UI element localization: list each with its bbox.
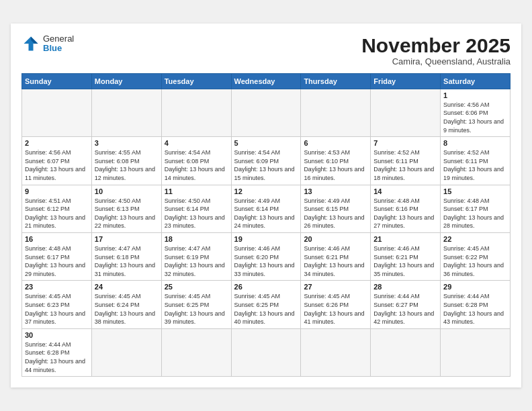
- logo-text: General Blue: [43, 34, 74, 54]
- calendar-week-3: 16Sunrise: 4:48 AM Sunset: 6:17 PM Dayli…: [22, 233, 511, 281]
- calendar-cell: 26Sunrise: 4:45 AM Sunset: 6:25 PM Dayli…: [231, 281, 301, 328]
- calendar-cell: [161, 89, 231, 136]
- day-number: 9: [25, 187, 89, 195]
- day-number: 27: [304, 283, 367, 291]
- day-info: Sunrise: 4:49 AM Sunset: 6:15 PM Dayligh…: [304, 197, 367, 230]
- calendar-cell: 23Sunrise: 4:45 AM Sunset: 6:23 PM Dayli…: [22, 281, 92, 328]
- day-info: Sunrise: 4:47 AM Sunset: 6:19 PM Dayligh…: [165, 244, 228, 278]
- calendar-cell: [301, 89, 371, 136]
- calendar-cell: [231, 89, 301, 136]
- day-info: Sunrise: 4:56 AM Sunset: 6:07 PM Dayligh…: [25, 148, 89, 182]
- day-number: 29: [443, 283, 507, 291]
- calendar-week-0: 1Sunrise: 4:56 AM Sunset: 6:06 PM Daylig…: [22, 89, 511, 136]
- calendar-cell: [91, 328, 161, 376]
- day-info: Sunrise: 4:53 AM Sunset: 6:10 PM Dayligh…: [304, 148, 367, 182]
- day-info: Sunrise: 4:47 AM Sunset: 6:18 PM Dayligh…: [95, 244, 159, 278]
- day-info: Sunrise: 4:48 AM Sunset: 6:17 PM Dayligh…: [25, 244, 89, 278]
- calendar-cell: 7Sunrise: 4:52 AM Sunset: 6:11 PM Daylig…: [371, 137, 441, 185]
- calendar-week-5: 30Sunrise: 4:44 AM Sunset: 6:28 PM Dayli…: [22, 328, 511, 376]
- day-info: Sunrise: 4:45 AM Sunset: 6:22 PM Dayligh…: [443, 244, 507, 278]
- month-title: November 2025: [361, 34, 511, 56]
- calendar-cell: 1Sunrise: 4:56 AM Sunset: 6:06 PM Daylig…: [441, 89, 511, 136]
- day-number: 13: [304, 187, 367, 195]
- calendar-cell: 28Sunrise: 4:44 AM Sunset: 6:27 PM Dayli…: [371, 281, 441, 328]
- calendar-week-2: 9Sunrise: 4:51 AM Sunset: 6:12 PM Daylig…: [22, 185, 511, 232]
- day-info: Sunrise: 4:50 AM Sunset: 6:13 PM Dayligh…: [95, 197, 159, 230]
- calendar-cell: [22, 89, 92, 136]
- weekday-header-row: SundayMondayTuesdayWednesdayThursdayFrid…: [22, 73, 511, 89]
- weekday-header-monday: Monday: [91, 73, 161, 89]
- calendar-week-4: 23Sunrise: 4:45 AM Sunset: 6:23 PM Dayli…: [22, 281, 511, 328]
- day-number: 1: [443, 91, 507, 99]
- calendar-cell: 18Sunrise: 4:47 AM Sunset: 6:19 PM Dayli…: [161, 233, 231, 281]
- day-number: 11: [165, 187, 228, 195]
- calendar-cell: 25Sunrise: 4:45 AM Sunset: 6:25 PM Dayli…: [161, 281, 231, 328]
- day-info: Sunrise: 4:46 AM Sunset: 6:20 PM Dayligh…: [234, 244, 298, 278]
- calendar-cell: 21Sunrise: 4:46 AM Sunset: 6:21 PM Dayli…: [371, 233, 441, 281]
- title-block: November 2025 Camira, Queensland, Austra…: [361, 34, 511, 66]
- calendar-cell: 24Sunrise: 4:45 AM Sunset: 6:24 PM Dayli…: [91, 281, 161, 328]
- calendar-cell: 27Sunrise: 4:45 AM Sunset: 6:26 PM Dayli…: [301, 281, 371, 328]
- calendar-cell: [161, 328, 231, 376]
- day-number: 22: [443, 235, 507, 243]
- day-info: Sunrise: 4:55 AM Sunset: 6:08 PM Dayligh…: [95, 148, 159, 182]
- day-number: 25: [165, 283, 228, 291]
- day-number: 26: [234, 283, 298, 291]
- calendar-cell: [441, 328, 511, 376]
- weekday-header-wednesday: Wednesday: [231, 73, 301, 89]
- calendar-cell: 2Sunrise: 4:56 AM Sunset: 6:07 PM Daylig…: [22, 137, 92, 185]
- day-number: 28: [373, 283, 437, 291]
- day-number: 8: [443, 139, 507, 147]
- calendar-cell: 9Sunrise: 4:51 AM Sunset: 6:12 PM Daylig…: [22, 185, 92, 232]
- calendar-cell: [371, 89, 441, 136]
- day-number: 5: [234, 139, 298, 147]
- day-info: Sunrise: 4:52 AM Sunset: 6:11 PM Dayligh…: [443, 148, 507, 182]
- calendar-cell: [231, 328, 301, 376]
- day-number: 20: [304, 235, 367, 243]
- calendar-cell: 16Sunrise: 4:48 AM Sunset: 6:17 PM Dayli…: [22, 233, 92, 281]
- logo-icon: [21, 34, 40, 53]
- day-number: 21: [373, 235, 437, 243]
- weekday-header-friday: Friday: [371, 73, 441, 89]
- day-info: Sunrise: 4:45 AM Sunset: 6:25 PM Dayligh…: [165, 292, 228, 326]
- calendar-cell: [301, 328, 371, 376]
- weekday-header-sunday: Sunday: [22, 73, 92, 89]
- day-number: 24: [95, 283, 159, 291]
- calendar-cell: 15Sunrise: 4:48 AM Sunset: 6:17 PM Dayli…: [441, 185, 511, 232]
- calendar-cell: 22Sunrise: 4:45 AM Sunset: 6:22 PM Dayli…: [441, 233, 511, 281]
- calendar-container: General Blue November 2025 Camira, Queen…: [11, 24, 521, 387]
- calendar-cell: 3Sunrise: 4:55 AM Sunset: 6:08 PM Daylig…: [91, 137, 161, 185]
- calendar-cell: 12Sunrise: 4:49 AM Sunset: 6:14 PM Dayli…: [231, 185, 301, 232]
- day-number: 19: [234, 235, 298, 243]
- day-number: 12: [234, 187, 298, 195]
- day-info: Sunrise: 4:45 AM Sunset: 6:23 PM Dayligh…: [25, 292, 89, 326]
- day-number: 23: [25, 283, 89, 291]
- day-info: Sunrise: 4:48 AM Sunset: 6:17 PM Dayligh…: [443, 197, 507, 230]
- calendar-week-1: 2Sunrise: 4:56 AM Sunset: 6:07 PM Daylig…: [22, 137, 511, 185]
- day-number: 17: [95, 235, 159, 243]
- day-info: Sunrise: 4:52 AM Sunset: 6:11 PM Dayligh…: [373, 148, 437, 182]
- day-info: Sunrise: 4:46 AM Sunset: 6:21 PM Dayligh…: [373, 244, 437, 278]
- day-info: Sunrise: 4:44 AM Sunset: 6:28 PM Dayligh…: [443, 292, 507, 326]
- day-info: Sunrise: 4:48 AM Sunset: 6:16 PM Dayligh…: [373, 197, 437, 230]
- day-number: 4: [165, 139, 228, 147]
- day-number: 30: [25, 331, 89, 339]
- day-info: Sunrise: 4:44 AM Sunset: 6:28 PM Dayligh…: [25, 340, 89, 374]
- calendar-cell: 30Sunrise: 4:44 AM Sunset: 6:28 PM Dayli…: [22, 328, 92, 376]
- logo-blue: Blue: [43, 43, 62, 53]
- day-number: 7: [373, 139, 437, 147]
- calendar-cell: 13Sunrise: 4:49 AM Sunset: 6:15 PM Dayli…: [301, 185, 371, 232]
- calendar-cell: 6Sunrise: 4:53 AM Sunset: 6:10 PM Daylig…: [301, 137, 371, 185]
- day-number: 18: [165, 235, 228, 243]
- day-number: 15: [443, 187, 507, 195]
- day-number: 3: [95, 139, 159, 147]
- day-info: Sunrise: 4:56 AM Sunset: 6:06 PM Dayligh…: [443, 101, 507, 134]
- calendar-header: General Blue November 2025 Camira, Queen…: [21, 34, 511, 66]
- day-info: Sunrise: 4:50 AM Sunset: 6:14 PM Dayligh…: [165, 197, 228, 230]
- day-info: Sunrise: 4:45 AM Sunset: 6:25 PM Dayligh…: [234, 292, 298, 326]
- weekday-header-thursday: Thursday: [301, 73, 371, 89]
- calendar-cell: [91, 89, 161, 136]
- calendar-cell: 4Sunrise: 4:54 AM Sunset: 6:08 PM Daylig…: [161, 137, 231, 185]
- logo: General Blue: [21, 34, 74, 54]
- day-info: Sunrise: 4:54 AM Sunset: 6:09 PM Dayligh…: [234, 148, 298, 182]
